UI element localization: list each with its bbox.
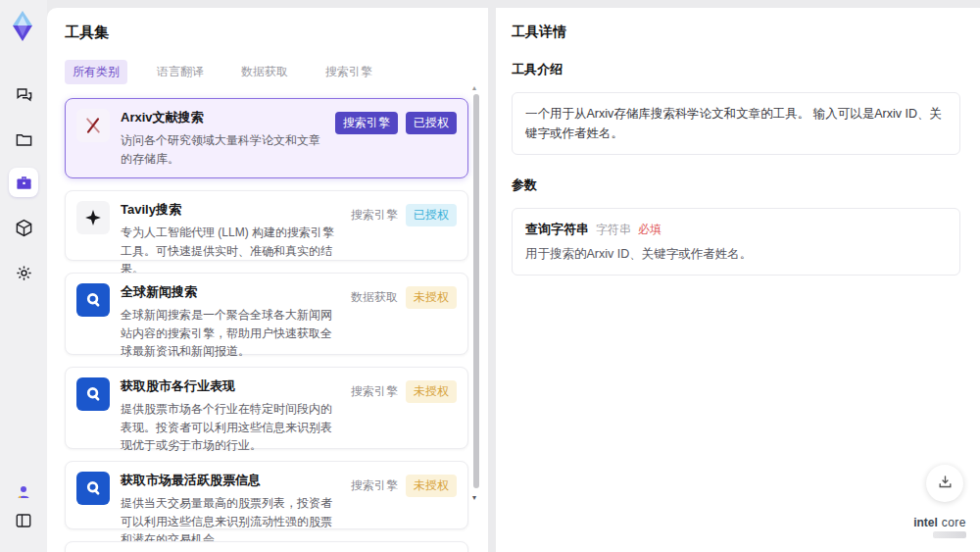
tool-list-panel: 工具集 所有类别 语言翻译 数据获取 搜索引擎 Arxiv文献搜索 访问各个研究… (47, 8, 488, 552)
tool-card-arxiv[interactable]: Arxiv文献搜索 访问各个研究领域大量科学论文和文章的存储库。 搜索引擎 已授… (65, 98, 468, 178)
chat-icon (15, 85, 33, 104)
sidebar-item-files[interactable] (9, 125, 38, 154)
tab-data-fetch[interactable]: 数据获取 (233, 60, 296, 84)
tool-card-stock-sectors[interactable]: 获取股市各行业表现 提供股票市场各个行业在特定时间段内的表现。投资者可以利用这些… (65, 367, 468, 449)
app-logo (8, 10, 37, 43)
page-title: 工具集 (65, 24, 488, 42)
category-label: 搜索引擎 (351, 380, 398, 403)
params-heading: 参数 (512, 176, 960, 194)
intel-logo-subtext (933, 531, 966, 538)
tool-name: 全球新闻搜索 (121, 283, 336, 301)
category-badge: 搜索引擎 (335, 112, 398, 134)
intro-heading: 工具介绍 (512, 61, 960, 78)
core-wordmark: core (942, 516, 966, 529)
tool-name: Tavily搜索 (121, 201, 336, 219)
tool-intro-card: 一个用于从Arxiv存储库搜索科学论文和文章的工具。 输入可以是Arxiv ID… (512, 92, 960, 155)
arxiv-logo-icon (76, 109, 110, 142)
param-name: 查询字符串 (525, 221, 589, 238)
tool-card-regional-news[interactable]: 万维地区新闻查询 查询具体行政区划内的新闻，快速了解各地新闻动 搜索引擎 未授权 (65, 541, 468, 552)
tab-all-categories[interactable]: 所有类别 (65, 60, 127, 84)
auth-status-badge: 未授权 (406, 286, 457, 309)
sidebar-item-collapse[interactable] (9, 506, 38, 535)
detail-title: 工具详情 (512, 24, 960, 41)
blue-search-icon (76, 377, 110, 411)
cube-icon (15, 219, 33, 237)
param-required-flag: 必填 (638, 222, 662, 238)
tool-detail-panel: 工具详情 工具介绍 一个用于从Arxiv存储库搜索科学论文和文章的工具。 输入可… (496, 8, 980, 552)
tool-description: 全球新闻搜索是一个聚合全球各大新闻网站内容的搜索引擎，帮助用户快速获取全球最新资… (121, 306, 336, 361)
auth-status-badge: 已授权 (406, 204, 457, 226)
intel-core-logo: intel core (913, 516, 966, 538)
sidebar-item-tools[interactable] (9, 168, 38, 197)
tool-description: 访问各个研究领域大量科学论文和文章的存储库。 (121, 131, 320, 168)
sidebar-rail (0, 0, 47, 552)
sidebar-item-chat[interactable] (9, 79, 38, 109)
sidebar-item-account[interactable] (9, 477, 38, 507)
tool-list: Arxiv文献搜索 访问各个研究领域大量科学论文和文章的存储库。 搜索引擎 已授… (65, 98, 468, 552)
auth-status-badge: 未授权 (406, 475, 457, 497)
tab-search-engine[interactable]: 搜索引擎 (318, 60, 380, 84)
param-type: 字符串 (596, 222, 631, 238)
parameter-card: 查询字符串 字符串 必填 用于搜索的Arxiv ID、关键字或作者姓名。 (512, 208, 960, 276)
tool-card-tavily[interactable]: Tavily搜索 专为人工智能代理 (LLM) 构建的搜索引擎工具。可快速提供实… (65, 190, 468, 261)
sidebar-item-settings[interactable] (9, 258, 38, 287)
auth-status-badge: 未授权 (406, 380, 457, 403)
scroll-down-icon[interactable]: ▾ (472, 494, 476, 502)
panel-toggle-icon (15, 512, 32, 529)
download-button[interactable] (926, 465, 963, 502)
tool-card-active-stocks[interactable]: 获取市场最活跃股票信息 提供当天交易量最高的股票列表，投资者可以利用这些信息来识… (65, 461, 468, 529)
download-icon (937, 474, 954, 494)
blue-search-icon (76, 283, 110, 317)
briefcase-icon (15, 174, 33, 192)
category-label: 搜索引擎 (351, 475, 398, 497)
folder-icon (15, 130, 33, 149)
tool-name: Arxiv文献搜索 (121, 109, 320, 126)
category-label: 数据获取 (351, 286, 398, 309)
list-scrollbar[interactable]: ▴ ▾ (472, 86, 480, 510)
tool-description: 提供股票市场各个行业在特定时间段内的表现。投资者可以利用这些信息来识别表现优于或… (121, 400, 336, 455)
category-tabs: 所有类别 语言翻译 数据获取 搜索引擎 (65, 60, 488, 84)
tool-name: 获取市场最活跃股票信息 (121, 472, 336, 489)
blue-search-icon (76, 472, 110, 505)
tool-name: 获取股市各行业表现 (121, 377, 336, 395)
tool-intro-text: 一个用于从Arxiv存储库搜索科学论文和文章的工具。 输入可以是Arxiv ID… (525, 107, 942, 140)
tool-description: 专为人工智能代理 (LLM) 构建的搜索引擎工具。可快速提供实时、准确和真实的结… (121, 224, 336, 278)
scroll-up-icon[interactable]: ▴ (472, 84, 476, 92)
tavily-star-icon (76, 201, 110, 234)
user-icon (15, 483, 32, 501)
sidebar-item-packages[interactable] (9, 213, 38, 242)
tool-card-global-news[interactable]: 全球新闻搜索 全球新闻搜索是一个聚合全球各大新闻网站内容的搜索引擎，帮助用户快速… (65, 273, 468, 355)
tab-translation[interactable]: 语言翻译 (149, 60, 212, 84)
param-description: 用于搜索的Arxiv ID、关键字或作者姓名。 (525, 246, 947, 263)
intel-wordmark: intel (913, 516, 938, 529)
auth-status-badge: 已授权 (406, 112, 457, 134)
settings-gear-icon (15, 264, 33, 282)
category-label: 搜索引擎 (351, 204, 398, 226)
scrollbar-thumb[interactable] (473, 94, 479, 488)
